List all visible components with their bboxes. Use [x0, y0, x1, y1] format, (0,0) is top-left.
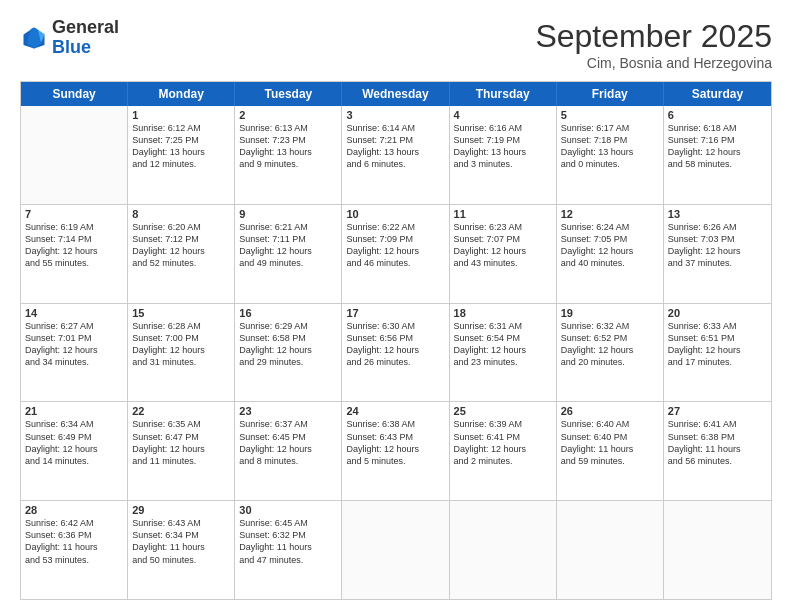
cell-line: Sunrise: 6:27 AM [25, 320, 123, 332]
cell-line: Sunrise: 6:28 AM [132, 320, 230, 332]
cell-line: Sunset: 6:40 PM [561, 431, 659, 443]
calendar-cell: 7Sunrise: 6:19 AMSunset: 7:14 PMDaylight… [21, 205, 128, 303]
day-number: 4 [454, 109, 552, 121]
cell-line: Sunrise: 6:13 AM [239, 122, 337, 134]
calendar-cell: 10Sunrise: 6:22 AMSunset: 7:09 PMDayligh… [342, 205, 449, 303]
calendar-cell: 22Sunrise: 6:35 AMSunset: 6:47 PMDayligh… [128, 402, 235, 500]
cell-line: Sunrise: 6:37 AM [239, 418, 337, 430]
calendar-row-1: 7Sunrise: 6:19 AMSunset: 7:14 PMDaylight… [21, 205, 771, 304]
month-title: September 2025 [535, 18, 772, 55]
day-number: 3 [346, 109, 444, 121]
day-number: 1 [132, 109, 230, 121]
cell-line: Daylight: 13 hours [454, 146, 552, 158]
cell-line: Daylight: 12 hours [454, 443, 552, 455]
header-day-saturday: Saturday [664, 82, 771, 106]
calendar-cell: 5Sunrise: 6:17 AMSunset: 7:18 PMDaylight… [557, 106, 664, 204]
day-number: 13 [668, 208, 767, 220]
cell-line: Sunrise: 6:30 AM [346, 320, 444, 332]
cell-line: Sunrise: 6:39 AM [454, 418, 552, 430]
day-number: 28 [25, 504, 123, 516]
cell-line: Daylight: 11 hours [132, 541, 230, 553]
day-number: 22 [132, 405, 230, 417]
calendar-row-0: 1Sunrise: 6:12 AMSunset: 7:25 PMDaylight… [21, 106, 771, 205]
day-number: 24 [346, 405, 444, 417]
cell-line: Sunrise: 6:43 AM [132, 517, 230, 529]
cell-line: Sunrise: 6:32 AM [561, 320, 659, 332]
cell-line: Sunset: 7:01 PM [25, 332, 123, 344]
cell-line: and 23 minutes. [454, 356, 552, 368]
cell-line: and 17 minutes. [668, 356, 767, 368]
cell-line: Daylight: 13 hours [561, 146, 659, 158]
cell-line: Daylight: 12 hours [561, 245, 659, 257]
cell-line: and 58 minutes. [668, 158, 767, 170]
cell-line: Sunset: 7:18 PM [561, 134, 659, 146]
day-number: 27 [668, 405, 767, 417]
header-day-thursday: Thursday [450, 82, 557, 106]
header: General Blue September 2025 Cim, Bosnia … [20, 18, 772, 71]
cell-line: Sunset: 6:41 PM [454, 431, 552, 443]
cell-line: Sunrise: 6:18 AM [668, 122, 767, 134]
calendar-cell: 25Sunrise: 6:39 AMSunset: 6:41 PMDayligh… [450, 402, 557, 500]
cell-line: Daylight: 12 hours [132, 443, 230, 455]
cell-line: Sunrise: 6:41 AM [668, 418, 767, 430]
calendar-cell: 6Sunrise: 6:18 AMSunset: 7:16 PMDaylight… [664, 106, 771, 204]
page: General Blue September 2025 Cim, Bosnia … [0, 0, 792, 612]
calendar-cell: 21Sunrise: 6:34 AMSunset: 6:49 PMDayligh… [21, 402, 128, 500]
cell-line: and 43 minutes. [454, 257, 552, 269]
calendar-cell: 2Sunrise: 6:13 AMSunset: 7:23 PMDaylight… [235, 106, 342, 204]
header-day-sunday: Sunday [21, 82, 128, 106]
cell-line: Sunrise: 6:20 AM [132, 221, 230, 233]
cell-line: and 9 minutes. [239, 158, 337, 170]
cell-line: and 11 minutes. [132, 455, 230, 467]
header-day-friday: Friday [557, 82, 664, 106]
cell-line: Daylight: 12 hours [25, 344, 123, 356]
cell-line: Sunset: 6:52 PM [561, 332, 659, 344]
cell-line: and 49 minutes. [239, 257, 337, 269]
calendar: SundayMondayTuesdayWednesdayThursdayFrid… [20, 81, 772, 600]
day-number: 15 [132, 307, 230, 319]
cell-line: Sunrise: 6:12 AM [132, 122, 230, 134]
logo-icon [20, 24, 48, 52]
cell-line: Sunrise: 6:21 AM [239, 221, 337, 233]
calendar-cell: 1Sunrise: 6:12 AMSunset: 7:25 PMDaylight… [128, 106, 235, 204]
day-number: 17 [346, 307, 444, 319]
day-number: 11 [454, 208, 552, 220]
cell-line: Daylight: 12 hours [668, 146, 767, 158]
cell-line: and 26 minutes. [346, 356, 444, 368]
cell-line: Daylight: 13 hours [239, 146, 337, 158]
calendar-cell: 9Sunrise: 6:21 AMSunset: 7:11 PMDaylight… [235, 205, 342, 303]
day-number: 7 [25, 208, 123, 220]
cell-line: Daylight: 12 hours [25, 245, 123, 257]
cell-line: Daylight: 12 hours [239, 443, 337, 455]
cell-line: Sunset: 6:34 PM [132, 529, 230, 541]
calendar-cell: 12Sunrise: 6:24 AMSunset: 7:05 PMDayligh… [557, 205, 664, 303]
cell-line: and 37 minutes. [668, 257, 767, 269]
cell-line: Sunrise: 6:23 AM [454, 221, 552, 233]
calendar-cell: 26Sunrise: 6:40 AMSunset: 6:40 PMDayligh… [557, 402, 664, 500]
day-number: 5 [561, 109, 659, 121]
cell-line: and 34 minutes. [25, 356, 123, 368]
cell-line: Sunrise: 6:40 AM [561, 418, 659, 430]
cell-line: Daylight: 11 hours [239, 541, 337, 553]
cell-line: Daylight: 12 hours [239, 245, 337, 257]
cell-line: Daylight: 13 hours [132, 146, 230, 158]
cell-line: and 31 minutes. [132, 356, 230, 368]
cell-line: and 5 minutes. [346, 455, 444, 467]
title-block: September 2025 Cim, Bosnia and Herzegovi… [535, 18, 772, 71]
cell-line: Sunrise: 6:31 AM [454, 320, 552, 332]
calendar-cell: 29Sunrise: 6:43 AMSunset: 6:34 PMDayligh… [128, 501, 235, 599]
cell-line: Sunset: 7:11 PM [239, 233, 337, 245]
calendar-cell: 4Sunrise: 6:16 AMSunset: 7:19 PMDaylight… [450, 106, 557, 204]
cell-line: Sunrise: 6:26 AM [668, 221, 767, 233]
cell-line: Sunset: 7:07 PM [454, 233, 552, 245]
cell-line: Sunset: 6:56 PM [346, 332, 444, 344]
cell-line: Sunrise: 6:38 AM [346, 418, 444, 430]
calendar-row-2: 14Sunrise: 6:27 AMSunset: 7:01 PMDayligh… [21, 304, 771, 403]
cell-line: Sunset: 6:49 PM [25, 431, 123, 443]
cell-line: Daylight: 12 hours [454, 245, 552, 257]
cell-line: Sunset: 6:38 PM [668, 431, 767, 443]
cell-line: Sunrise: 6:22 AM [346, 221, 444, 233]
cell-line: Daylight: 12 hours [25, 443, 123, 455]
day-number: 30 [239, 504, 337, 516]
cell-line: Sunrise: 6:42 AM [25, 517, 123, 529]
